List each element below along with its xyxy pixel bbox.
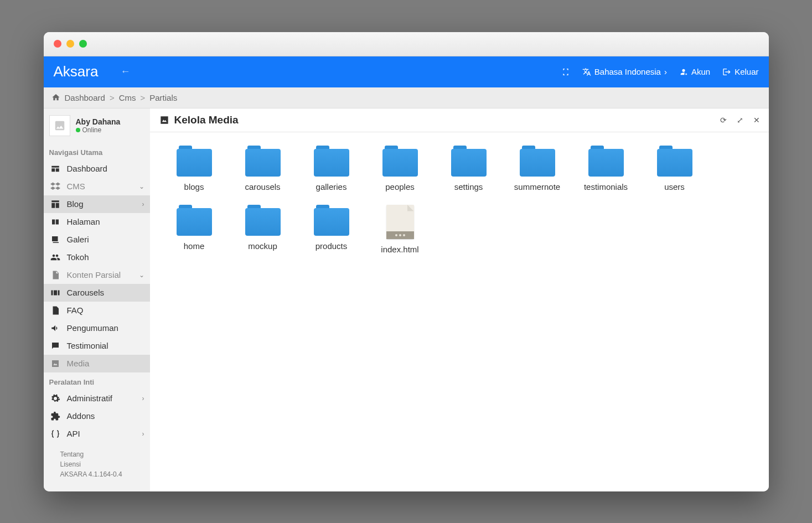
image-icon [159, 115, 170, 126]
main-header: Kelola Media ⟳ ⤢ ✕ [150, 108, 769, 132]
item-label: mockup [248, 241, 277, 251]
language-label: Bahasa Indonesia [594, 67, 661, 76]
puzzle-icon [49, 411, 61, 421]
breadcrumb-separator: > [140, 93, 145, 102]
sidebar: Aby Dahana Online Navigasi Utama Dashboa… [44, 108, 150, 491]
folder-icon [520, 146, 555, 177]
sidebar-item-tokoh[interactable]: Tokoh [44, 248, 150, 266]
brand[interactable]: Aksara [54, 63, 99, 80]
topbar: Aksara ← Bahasa Indonesia › Akun Keluar [44, 56, 769, 87]
fullscreen-toggle[interactable] [561, 68, 570, 76]
version-text: AKSARA 4.1.164-0.4 [60, 470, 133, 478]
minimize-window-button[interactable] [66, 40, 74, 48]
breadcrumb-item[interactable]: Cms [119, 93, 136, 102]
folder-icon [314, 205, 349, 236]
item-label: home [184, 241, 205, 251]
logout-icon [722, 68, 731, 76]
sidebar-item-media[interactable]: Media [44, 355, 150, 372]
expand-button[interactable]: ⤢ [737, 116, 743, 125]
contract-icon [561, 68, 570, 76]
item-label: carousels [245, 182, 280, 191]
page-title: Kelola Media [159, 114, 239, 126]
breadcrumb: Dashboard > Cms > Partials [44, 87, 769, 108]
main-panel: Kelola Media ⟳ ⤢ ✕ blogscarouselsgalleri… [150, 108, 769, 491]
maximize-window-button[interactable] [79, 40, 87, 48]
refresh-button[interactable]: ⟳ [720, 116, 727, 125]
folder-item[interactable]: testimonials [573, 146, 639, 191]
chevron-down-icon: ⌄ [139, 183, 144, 190]
breadcrumb-item[interactable]: Partials [149, 93, 177, 102]
sidebar-item-carousels[interactable]: Carousels [44, 284, 150, 302]
profile-block[interactable]: Aby Dahana Online [44, 108, 150, 143]
close-window-button[interactable] [54, 40, 61, 48]
folder-icon [657, 146, 692, 177]
back-arrow-icon[interactable]: ← [120, 66, 130, 77]
folder-icon [177, 146, 212, 177]
avatar [49, 115, 70, 136]
sidebar-footer: Tentang Lisensi AKSARA 4.1.164-0.4 [44, 443, 150, 486]
license-link[interactable]: Lisensi [60, 460, 133, 468]
titlebar [44, 32, 769, 56]
sidebar-item-testimonial[interactable]: Testimonial [44, 337, 150, 355]
sidebar-item-administratif[interactable]: Administratif › [44, 390, 150, 407]
folder-item[interactable]: products [298, 205, 365, 254]
folder-item[interactable]: summernote [504, 146, 571, 191]
language-selector[interactable]: Bahasa Indonesia › [582, 67, 667, 76]
sidebar-item-blog[interactable]: Blog › [44, 195, 150, 213]
folder-icon [382, 146, 418, 177]
chevron-right-icon: › [142, 395, 144, 402]
chat-icon [49, 341, 61, 351]
images-icon [49, 235, 61, 245]
folder-item[interactable]: peoples [367, 146, 433, 191]
people-icon [49, 252, 61, 262]
folder-item[interactable]: mockup [230, 205, 296, 254]
user-gear-icon [679, 68, 688, 76]
app-window: Aksara ← Bahasa Indonesia › Akun Keluar … [44, 32, 769, 491]
chevron-right-icon: › [142, 200, 144, 208]
sidebar-item-dashboard[interactable]: Dashboard [44, 160, 150, 178]
logout-button[interactable]: Keluar [722, 67, 758, 76]
folder-icon [177, 205, 212, 236]
folder-item[interactable]: galleries [298, 146, 365, 191]
folder-icon [451, 146, 487, 177]
folder-item[interactable]: blogs [161, 146, 227, 191]
item-label: products [316, 241, 348, 251]
item-label: galleries [316, 182, 347, 191]
sidebar-item-konten-parsial[interactable]: Konten Parsial ⌄ [44, 266, 150, 284]
folder-item[interactable]: home [161, 205, 227, 254]
close-button[interactable]: ✕ [753, 116, 760, 125]
sidebar-item-addons[interactable]: Addons [44, 407, 150, 425]
breadcrumb-item[interactable]: Dashboard [65, 93, 105, 102]
sidebar-item-halaman[interactable]: Halaman [44, 213, 150, 231]
sidebar-item-galeri[interactable]: Galeri [44, 231, 150, 248]
file-icon [49, 305, 61, 315]
sidebar-item-faq[interactable]: FAQ [44, 302, 150, 319]
account-menu[interactable]: Akun [679, 67, 710, 76]
status-dot-icon [76, 128, 80, 132]
folder-item[interactable]: users [642, 146, 708, 191]
file-item[interactable]: index.html [367, 205, 433, 254]
item-label: users [664, 182, 685, 191]
item-label: peoples [385, 182, 415, 191]
gears-icon [49, 393, 61, 403]
carousel-icon [49, 288, 61, 298]
megaphone-icon [49, 323, 61, 333]
folder-icon [314, 146, 349, 177]
about-link[interactable]: Tentang [60, 450, 133, 458]
dashboard-icon [49, 164, 61, 174]
page-icon [49, 270, 61, 280]
image-icon [49, 359, 61, 369]
media-grid: blogscarouselsgalleriespeoplessettingssu… [150, 132, 769, 491]
folder-item[interactable]: carousels [230, 146, 296, 191]
profile-info: Aby Dahana Online [76, 117, 121, 134]
nav-header-tools: Peralatan Inti [44, 372, 150, 390]
item-label: index.html [381, 245, 418, 254]
translate-icon [582, 68, 591, 76]
folder-item[interactable]: settings [436, 146, 502, 191]
app-body: Aby Dahana Online Navigasi Utama Dashboa… [44, 108, 769, 491]
profile-name: Aby Dahana [76, 117, 121, 126]
sidebar-item-api[interactable]: API › [44, 425, 150, 443]
sidebar-item-cms[interactable]: CMS ⌄ [44, 178, 150, 195]
sidebar-item-pengumuman[interactable]: Pengumuman [44, 319, 150, 337]
breadcrumb-separator: > [110, 93, 115, 102]
